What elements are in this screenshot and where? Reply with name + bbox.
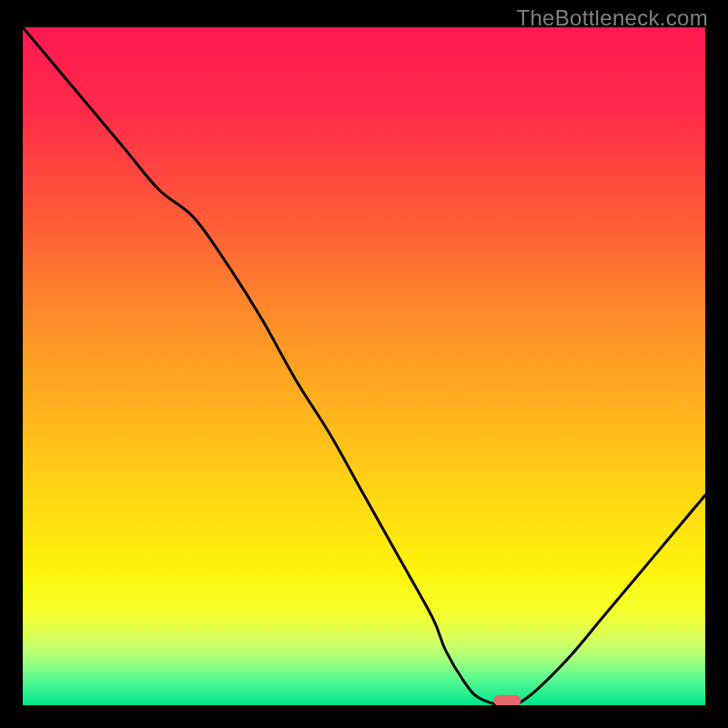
chart-svg (23, 27, 705, 705)
plot-area (23, 27, 705, 705)
watermark-text: TheBottleneck.com (516, 5, 708, 31)
gradient-background (23, 27, 705, 705)
optimal-marker (494, 695, 521, 705)
chart-frame: TheBottleneck.com (0, 0, 728, 728)
